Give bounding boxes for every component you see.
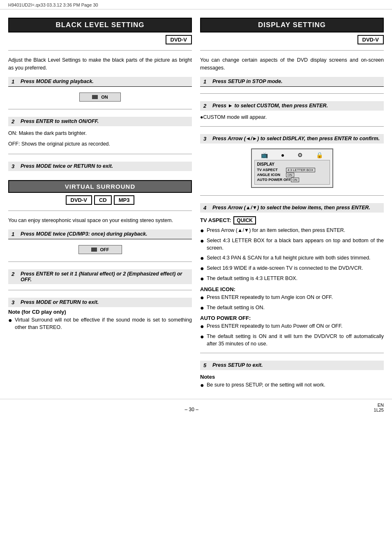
vs-step3-number: 3 (12, 299, 17, 306)
left-column: BLACK LEVEL SETTING DVD-V Adjust the Bla… (8, 18, 192, 391)
black-level-step3: 3 Press MODE twice or RETURN to exit. (8, 162, 192, 171)
auto-bullet-text-0: Press ENTER repeatedly to turn Auto Powe… (207, 322, 384, 330)
bullet-dot-ap1: ● (200, 333, 206, 340)
ds-step4-number: 4 (203, 205, 209, 211)
footer-page: – 30 – (9, 407, 374, 412)
angle-icon-label: ANGLE ICON: (200, 286, 384, 292)
divider-3 (8, 154, 192, 154)
bullet-dot-n0: ● (200, 381, 206, 389)
vs-cd-badge: CD (94, 195, 112, 205)
vs-bullet-text-0: Virtual Surround will not be effective i… (15, 316, 192, 331)
step1-text: Press MODE during playback. (21, 79, 94, 84)
tv-bullet-1: ● Select 4:3 LETTER BOX for a black bars… (200, 237, 384, 252)
on-desc: ON: Makes the dark parts brighter. (8, 130, 192, 137)
main-columns: BLACK LEVEL SETTING DVD-V Adjust the Bla… (0, 9, 392, 395)
black-level-step1: 1 Press MODE during playback. (8, 77, 192, 87)
ds-step3-number: 3 (203, 136, 209, 142)
header-bar: H9401UD2î=.qx33 03.3.12 3:36 PM Page 30 (0, 0, 392, 9)
bullet-dot-vs0: ● (8, 316, 14, 324)
vs-step3: 3 Press MODE or RETURN to exit. (8, 298, 192, 307)
step2-number: 2 (12, 118, 17, 125)
step2-text: Press ENTER to switch ON/OFF. (21, 118, 99, 124)
ds-step2-text: Press ► to select CUSTOM, then press ENT… (212, 103, 328, 109)
notes-bullet-text-0: Be sure to press SETUP, or the setting w… (207, 381, 384, 389)
right-divider-5 (200, 353, 384, 353)
vs-step2-number: 2 (12, 271, 17, 277)
angle-bullet-1: ● The default setting is ON. (200, 304, 384, 312)
vs-mp3-badge: MP3 (114, 195, 135, 205)
screen-auto-label: AUTO POWER OFF (257, 178, 291, 182)
ds-step2: 2 Press ► to select CUSTOM, then press E… (200, 101, 384, 111)
notes-bullet-0: ● Be sure to press SETUP, or the setting… (200, 381, 384, 389)
tv-bullet-0: ● Press Arrow (▲/▼) for an item selectio… (200, 227, 384, 234)
step1-number: 1 (12, 79, 17, 85)
dvd-badge-right: DVD-V (357, 35, 384, 44)
screen-menu-header: DISPLAY (257, 162, 327, 167)
bullet-dot-ap0: ● (200, 322, 206, 330)
dvd-badge-row-left: DVD-V (8, 35, 192, 44)
display-intro: You can change certain aspects of the DV… (200, 56, 384, 72)
file-info: H9401UD2î=.qx33 03.3.12 3:36 PM Page 30 (8, 2, 98, 7)
off-desc: OFF: Shows the original picture as recor… (8, 140, 192, 148)
black-level-title: BLACK LEVEL SETTING (8, 18, 192, 32)
dvd-badge-row-right: DVD-V (200, 35, 384, 44)
angle-bullet-text-0: Press ENTER repeatedly to turn Angle ico… (207, 294, 384, 301)
page-wrapper: H9401UD2î=.qx33 03.3.12 3:36 PM Page 30 … (0, 0, 392, 537)
bullet-dot-tv2: ● (200, 254, 206, 262)
ds-step1-text: Press SETUP in STOP mode. (212, 79, 282, 84)
vs-badge-row: DVD-V CD MP3 (8, 195, 192, 205)
divider-6 (8, 290, 192, 290)
screen-icon-gear: ⚙ (297, 152, 303, 158)
right-divider-3 (200, 126, 384, 127)
screen-inner: DISPLAY TV ASPECT 4:3 LETTER BOX ANGLE I… (254, 160, 330, 185)
bullet-dot-tv0: ● (200, 227, 206, 234)
divider-1 (8, 50, 192, 51)
on-indicator-box: ON (8, 93, 192, 102)
divider-2 (8, 109, 192, 109)
screen-icons: 📺 ● ⚙ 🔒 (254, 152, 330, 158)
display-setting-title: DISPLAY SETTING (200, 18, 384, 32)
black-level-step2: 2 Press ENTER to switch ON/OFF. (8, 117, 192, 126)
on-label: ON (101, 95, 108, 100)
right-divider-1 (200, 50, 384, 51)
off-indicator: OFF (78, 245, 122, 254)
bullet-dot-a0: ● (200, 294, 206, 301)
screen-row-auto: AUTO POWER OFF ON (257, 178, 327, 182)
screen-row-tv: TV ASPECT 4:3 LETTER BOX (257, 168, 327, 172)
off-indicator-box: OFF (8, 245, 192, 254)
footer-code: EN1L25 (374, 403, 384, 412)
off-label: OFF (100, 247, 109, 252)
tv-bullet-4: ● The default setting is 4:3 LETTER BOX. (200, 275, 384, 282)
ds-step2-number: 2 (203, 103, 209, 109)
right-divider-2 (200, 93, 384, 94)
vs-note-label: Note (for CD play only) (8, 309, 192, 315)
auto-bullet-1: ● The default setting is ON and it will … (200, 333, 384, 347)
bullet-dot-tv1: ● (200, 237, 206, 245)
divider-5 (8, 262, 192, 262)
tv-bullet-text-4: The default setting is 4:3 LETTER BOX. (207, 275, 384, 282)
screen-tv-label: TV ASPECT (257, 168, 286, 172)
bullet-dot-a1: ● (200, 304, 206, 312)
ds-step4: 4 Press Arrow (▲/▼) to select the below … (200, 203, 384, 213)
screen-row-angle: ANGLE ICON ON (257, 173, 327, 177)
black-level-intro: Adjust the Black Level Settings to make … (8, 56, 192, 72)
notes-label: Notes (200, 374, 384, 380)
vs-step2: 2 Press ENTER to set it 1 (Natural effec… (8, 269, 192, 284)
bullet-dot-tv4: ● (200, 275, 206, 282)
step3-number: 3 (12, 163, 17, 169)
angle-bullet-0: ● Press ENTER repeatedly to turn Angle i… (200, 294, 384, 301)
auto-bullet-0: ● Press ENTER repeatedly to turn Auto Po… (200, 322, 384, 330)
vs-step1-number: 1 (12, 231, 17, 237)
tv-bullet-text-2: Select 4:3 PAN & SCAN for a full height … (207, 254, 384, 262)
dvd-badge-left: DVD-V (166, 35, 192, 44)
ds-step4-text: Press Arrow (▲/▼) to select the below it… (212, 205, 370, 211)
tv-aspect-label: TV ASPECT: (200, 217, 231, 223)
tv-aspect-value: QUICK (233, 216, 256, 225)
screen-icon-lock: 🔒 (316, 152, 323, 158)
tv-bullet-text-0: Press Arrow (▲/▼) for an item selection,… (207, 227, 384, 234)
custom-note: ●CUSTOM mode will appear. (200, 113, 384, 121)
vs-bullet-0: ● Virtual Surround will not be effective… (8, 316, 192, 331)
footer: – 30 – EN1L25 (0, 399, 392, 416)
custom-note-text: ●CUSTOM mode will appear. (200, 113, 384, 121)
ds-step5-number: 5 (203, 362, 209, 368)
